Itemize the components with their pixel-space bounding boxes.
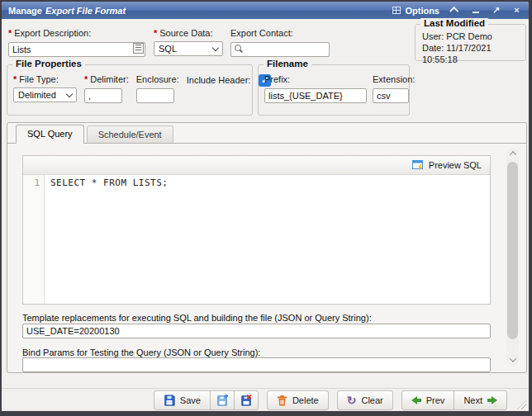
tab-schedule-event[interactable]: Schedule/Event (87, 125, 173, 143)
enclosure-field: Enclosure: (136, 74, 179, 103)
search-icon (235, 45, 241, 51)
footer-toolbar: Save (2, 388, 529, 411)
scrollbar-thumb[interactable] (507, 162, 518, 339)
extension-input[interactable] (373, 88, 409, 103)
template-replacements-input[interactable] (22, 324, 491, 338)
delete-label: Delete (292, 395, 319, 405)
minimize-button[interactable] (470, 5, 481, 16)
scroll-down-button[interactable] (506, 354, 519, 366)
extension-label: Extension: (373, 74, 415, 85)
bind-params-input[interactable] (22, 357, 491, 372)
template-replacements-label: Template replacements for executing SQL … (22, 313, 372, 323)
chevron-down-icon (212, 45, 219, 51)
vertical-scrollbar[interactable] (506, 148, 519, 366)
export-description-input[interactable] (8, 42, 145, 57)
include-header-label: Include Header: (187, 75, 251, 86)
export-contact-input[interactable] (230, 42, 330, 57)
dialog-frame: ManageExport File Format Options ↗ × *Ex… (0, 0, 532, 416)
file-type-label: File Type: (19, 74, 59, 84)
tab-strip: SQL Query Schedule/Event (7, 123, 526, 144)
clear-label: Clear (361, 395, 382, 405)
scroll-down-icon (509, 355, 515, 362)
prev-button[interactable]: Prev (401, 390, 455, 410)
prev-arrow-icon (411, 396, 421, 404)
delimiter-label: Delimiter: (90, 74, 128, 84)
collapse-button[interactable] (449, 5, 460, 16)
popout-button[interactable]: ↗ (491, 5, 501, 16)
save-and-close-button[interactable] (234, 390, 259, 410)
sql-editor-body[interactable]: 1 SELECT * FROM LISTS; (23, 175, 490, 304)
last-modified-user: User: PCR Demo (420, 31, 520, 42)
sql-editor-toolbar: Preview SQL (23, 156, 490, 175)
required-asterisk: * (84, 74, 88, 84)
delimiter-input[interactable] (84, 88, 122, 103)
clear-button[interactable]: ↻ Clear (337, 390, 393, 410)
required-asterisk: * (13, 74, 17, 84)
export-contact-field: Export Contact: (230, 28, 330, 57)
close-button[interactable]: × (511, 5, 522, 16)
text-lines-icon (135, 45, 141, 52)
prefix-label: Prefix: (264, 74, 367, 85)
enclosure-input[interactable] (136, 88, 174, 103)
delete-button[interactable]: Delete (267, 390, 329, 410)
window-title-name: Export File Format (45, 6, 126, 16)
sql-query-tab-content: Preview SQL 1 SELECT * FROM LISTS; Templ… (7, 144, 526, 372)
next-button[interactable]: Next (454, 390, 507, 410)
file-properties-panel: File Properties *File Type: Delimited *D… (7, 64, 253, 116)
scroll-up-button[interactable] (506, 148, 519, 159)
scroll-up-icon (509, 151, 515, 158)
filename-panel: Filename Prefix: Extension: (258, 64, 410, 116)
export-contact-label: Export Contact: (230, 28, 293, 38)
manage-export-window: ManageExport File Format Options ↗ × *Ex… (2, 2, 529, 411)
file-properties-legend: File Properties (12, 59, 85, 69)
minimize-icon (473, 12, 479, 13)
file-type-select[interactable]: Delimited (13, 87, 77, 102)
source-data-field: *Source Data: SQL (154, 28, 223, 56)
enclosure-label: Enclosure: (136, 74, 179, 84)
options-label: Options (405, 6, 439, 16)
file-type-field: *File Type: Delimited (13, 74, 77, 103)
window-title: ManageExport File Format (8, 6, 392, 16)
bind-params-label: Bind Params for Testing the Query (JSON … (22, 347, 260, 357)
options-button[interactable]: Options (392, 6, 439, 16)
file-type-value: Delimited (18, 90, 56, 100)
source-data-label: Source Data: (159, 28, 212, 38)
save-label: Save (180, 395, 201, 405)
source-data-value: SQL (159, 44, 177, 54)
options-grid-icon (392, 7, 401, 14)
prev-label: Prev (426, 395, 445, 405)
extension-field: Extension: (373, 74, 415, 103)
save-icon (164, 395, 175, 406)
preview-sql-icon (412, 160, 425, 171)
chevron-down-icon (66, 91, 73, 97)
popout-icon: ↗ (492, 5, 500, 15)
sql-code[interactable]: SELECT * FROM LISTS; (45, 175, 490, 304)
query-tab-panel: SQL Query Schedule/Event Preview SQL (7, 122, 527, 373)
preview-sql-label: Preview SQL (429, 160, 482, 170)
save-add-icon (216, 395, 228, 406)
preview-sql-button[interactable]: Preview SQL (409, 159, 485, 172)
source-data-select[interactable]: SQL (154, 41, 223, 56)
window-title-prefix: Manage (8, 6, 42, 16)
sql-editor: Preview SQL 1 SELECT * FROM LISTS; (22, 155, 491, 305)
save-and-new-button[interactable] (210, 390, 235, 410)
last-modified-panel: Last Modified User: PCR Demo Date: 11/17… (415, 24, 526, 61)
required-asterisk: * (8, 28, 12, 38)
titlebar[interactable]: ManageExport File Format Options ↗ × (2, 2, 529, 19)
delimiter-field: *Delimiter: (84, 74, 129, 103)
filename-legend: Filename (264, 59, 311, 69)
last-modified-date: Date: 11/17/2021 10:55:18 (420, 42, 520, 65)
description-edit-button[interactable] (133, 43, 144, 54)
next-arrow-icon (487, 396, 497, 404)
export-description-label: Export Description: (14, 28, 91, 38)
next-label: Next (463, 395, 482, 405)
clear-refresh-icon: ↻ (347, 395, 357, 406)
save-button[interactable]: Save (154, 390, 211, 410)
prefix-input[interactable] (264, 88, 367, 103)
prev-next-group: Prev Next (401, 390, 507, 410)
save-button-group: Save (154, 390, 259, 410)
close-icon: × (514, 5, 519, 15)
line-number-gutter: 1 (23, 175, 45, 304)
tab-sql-query[interactable]: SQL Query (16, 125, 84, 144)
export-description-field: *Export Description: (8, 28, 145, 57)
